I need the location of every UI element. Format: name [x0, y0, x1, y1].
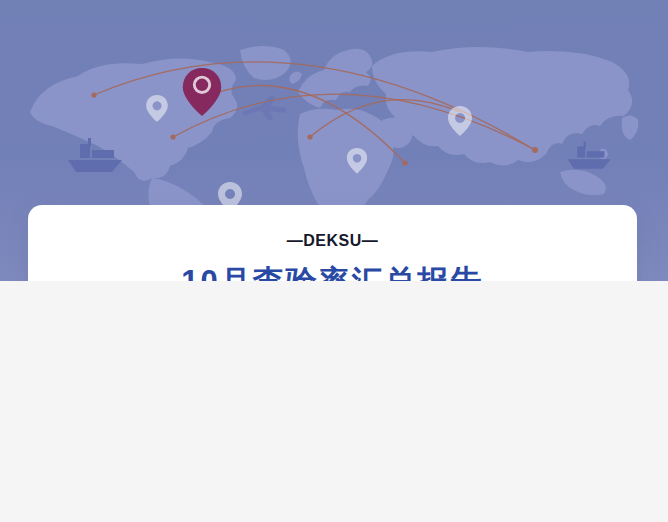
island-japan: [622, 115, 639, 140]
continents: [30, 46, 638, 208]
island-uk: [289, 71, 302, 84]
cargo-ship-icon: [568, 142, 611, 169]
continent-africa: [298, 109, 394, 208]
region-southeast-asia: [560, 170, 606, 196]
page: —DEKSU— 10月查验率汇总报告 Customs Inspection Re…: [0, 0, 668, 522]
continent-europe: [298, 49, 372, 108]
continent-central-america: [148, 178, 206, 208]
quote-section: 党的二十大举办使得海关例行查验出口查验率增加。: [0, 281, 668, 522]
brand-label: —DEKSU—: [28, 232, 637, 250]
airplane-icon: [242, 96, 286, 120]
continent-asia: [372, 47, 632, 166]
